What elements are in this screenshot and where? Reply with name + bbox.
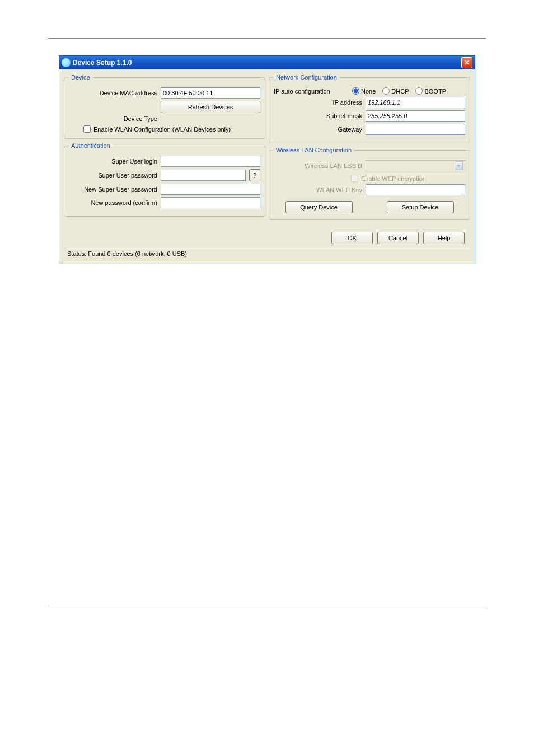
gateway-label: Gateway [274,126,362,133]
su-login-input[interactable] [161,156,260,167]
radio-dhcp-wrap[interactable]: DHCP [382,87,409,95]
new-pass-label: New Super User password [69,186,157,193]
cancel-button[interactable]: Cancel [377,232,419,244]
titlebar[interactable]: Device Setup 1.1.0 ✕ [59,56,475,69]
window-title: Device Setup 1.1.0 [73,59,132,67]
ip-label: IP address [274,99,362,106]
device-type-label: Device Type [69,115,157,122]
su-login-label: Super User login [69,158,157,165]
enable-wlan-label: Enable WLAN Configuration (WLAN Devices … [93,126,231,133]
essid-label: Wireless LAN ESSID [274,162,362,169]
dialog-content: Device Device MAC address 00:30:4F:50:00… [59,69,475,264]
network-legend: Network Configuration [274,74,339,81]
enable-wep-checkbox [351,175,358,182]
ipauto-label: IP auto configuration [274,88,345,95]
auth-group: Authentication Super User login Super Us… [64,142,265,217]
wlan-group: Wireless LAN Configuration Wireless LAN … [269,147,470,220]
confirm-pass-input[interactable] [161,197,260,208]
ok-button[interactable]: OK [331,232,373,244]
close-icon: ✕ [464,59,470,67]
status-bar: Status: Found 0 devices (0 network, 0 US… [64,248,470,259]
chevron-down-icon: ▾ [455,161,463,170]
device-group: Device Device MAC address 00:30:4F:50:00… [64,74,265,139]
ip-input[interactable] [366,97,465,108]
spacer [69,104,157,110]
network-group: Network Configuration IP auto configurat… [269,74,470,143]
enable-wep-label: Enable WEP encryption [361,175,426,182]
auth-legend: Authentication [69,142,113,149]
confirm-pass-label: New password (confirm) [69,199,157,206]
mac-label: Device MAC address [69,90,157,96]
enable-wlan-checkbox[interactable] [83,125,91,133]
radio-bootp-wrap[interactable]: BOOTP [415,87,446,95]
page-divider [48,38,486,39]
refresh-devices-button[interactable]: Refresh Devices [161,101,260,113]
mac-combo[interactable]: 00:30:4F:50:00:11 ▾ [161,87,260,99]
subnet-label: Subnet mask [274,113,362,119]
wepkey-label: WLAN WEP Key [274,186,362,193]
new-pass-input[interactable] [161,184,260,195]
password-help-button[interactable]: ? [249,169,260,181]
dialog-buttons: OK Cancel Help [64,228,470,244]
radio-none[interactable] [352,87,359,95]
radio-none-wrap[interactable]: None [352,87,376,95]
query-device-button[interactable]: Query Device [285,201,353,213]
su-pass-label: Super User password [69,172,157,179]
gateway-input[interactable] [366,124,465,135]
wepkey-input [366,184,465,195]
device-legend: Device [69,74,92,81]
close-button[interactable]: ✕ [461,57,472,68]
essid-combo: ▾ [366,160,465,171]
page-footer-divider [48,606,486,606]
subnet-input[interactable] [366,110,465,122]
mac-value: 00:30:4F:50:00:11 [163,90,213,96]
dialog-window: Device Setup 1.1.0 ✕ Device Device MAC a… [59,55,475,264]
help-button[interactable]: Help [423,232,465,244]
radio-dhcp[interactable] [382,87,390,95]
radio-bootp[interactable] [415,87,423,95]
app-icon [62,58,71,67]
wlan-legend: Wireless LAN Configuration [274,147,354,153]
setup-device-button[interactable]: Setup Device [387,201,454,213]
su-pass-input[interactable] [161,170,246,181]
